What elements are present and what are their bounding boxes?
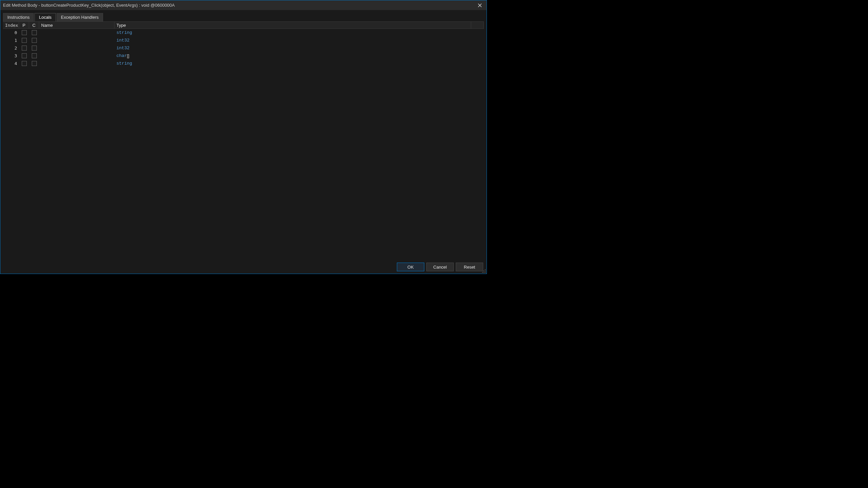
column-header-c[interactable]: C (29, 22, 39, 28)
cell-p (19, 44, 29, 52)
column-header-spacer (471, 22, 484, 28)
svg-point-7 (485, 272, 486, 272)
column-header-index[interactable]: Index (3, 22, 19, 28)
cell-p (19, 52, 29, 60)
checkbox-p[interactable] (22, 61, 27, 66)
type-keyword: string (117, 61, 132, 66)
checkbox-c[interactable] (32, 61, 37, 66)
checkbox-c[interactable] (32, 30, 37, 35)
cell-type[interactable]: char[] (115, 52, 484, 60)
checkbox-p[interactable] (22, 38, 27, 43)
cell-index: 0 (3, 29, 19, 36)
cell-name[interactable] (39, 44, 115, 52)
cell-p (19, 36, 29, 44)
table-row[interactable]: 4 string (3, 60, 484, 67)
column-header-type[interactable]: Type (115, 22, 471, 28)
grid-header: Index P C Name Type (3, 22, 484, 29)
checkbox-p[interactable] (22, 53, 27, 58)
table-row[interactable]: 3 char[] (3, 52, 484, 60)
column-header-p[interactable]: P (19, 22, 29, 28)
window-title: Edit Method Body - buttonCreateProductKe… (3, 3, 473, 8)
type-suffix: [] (127, 53, 129, 58)
svg-point-2 (485, 269, 486, 270)
tab-exception-handlers[interactable]: Exception Handlers (57, 13, 103, 22)
checkbox-c[interactable] (32, 46, 37, 51)
dialog-footer: OK Cancel Reset (0, 262, 487, 274)
type-keyword: char (117, 53, 127, 58)
cell-index: 3 (3, 52, 19, 60)
cell-c (29, 44, 39, 52)
resize-grip[interactable] (481, 268, 486, 273)
tab-instructions[interactable]: Instructions (3, 13, 34, 22)
cell-c (29, 52, 39, 60)
grid-body[interactable]: 0 string 1 int32 2 int32 3 (3, 29, 484, 260)
close-icon (478, 3, 482, 7)
checkbox-p[interactable] (22, 46, 27, 51)
cell-type[interactable]: string (115, 29, 484, 36)
type-keyword: int32 (117, 46, 129, 51)
tab-locals[interactable]: Locals (34, 13, 56, 22)
cell-c (29, 36, 39, 44)
checkbox-p[interactable] (22, 30, 27, 35)
checkbox-c[interactable] (32, 38, 37, 43)
type-keyword: string (117, 30, 132, 35)
column-header-name[interactable]: Name (39, 22, 115, 28)
table-row[interactable]: 1 int32 (3, 36, 484, 44)
cell-p (19, 60, 29, 67)
edit-method-body-dialog: Edit Method Body - buttonCreateProductKe… (0, 0, 487, 274)
cell-type[interactable]: int32 (115, 44, 484, 52)
svg-point-3 (484, 270, 484, 271)
cell-name[interactable] (39, 36, 115, 44)
locals-grid: Index P C Name Type 0 string 1 int32 (3, 22, 484, 260)
resize-grip-icon (481, 268, 486, 273)
cell-type[interactable]: int32 (115, 36, 484, 44)
cell-index: 1 (3, 36, 19, 44)
type-keyword: int32 (117, 38, 129, 43)
table-row[interactable]: 0 string (3, 29, 484, 36)
titlebar: Edit Method Body - buttonCreateProductKe… (0, 0, 487, 10)
checkbox-c[interactable] (32, 53, 37, 58)
cell-c (29, 29, 39, 36)
svg-point-4 (485, 270, 486, 271)
reset-button[interactable]: Reset (456, 263, 483, 271)
cell-name[interactable] (39, 29, 115, 36)
close-button[interactable] (473, 0, 487, 10)
cancel-button[interactable]: Cancel (426, 263, 454, 271)
table-row[interactable]: 2 int32 (3, 44, 484, 52)
cell-name[interactable] (39, 60, 115, 67)
cell-name[interactable] (39, 52, 115, 60)
cell-p (19, 29, 29, 36)
svg-point-6 (484, 272, 484, 272)
cell-index: 4 (3, 60, 19, 67)
cell-c (29, 60, 39, 67)
cell-index: 2 (3, 44, 19, 52)
ok-button[interactable]: OK (397, 263, 424, 271)
svg-point-5 (482, 272, 483, 272)
cell-type[interactable]: string (115, 60, 484, 67)
tabs: Instructions Locals Exception Handlers (0, 10, 487, 22)
